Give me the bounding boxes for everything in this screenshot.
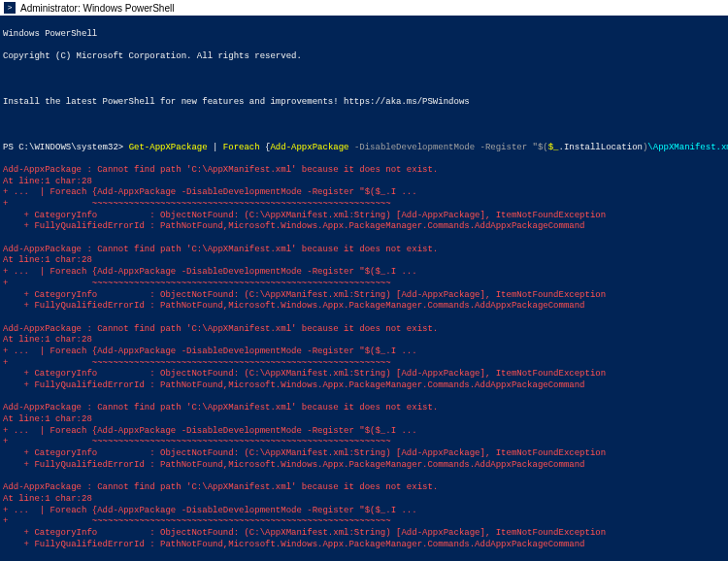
error-message: Add-AppxPackage : Cannot find path 'C:\A… [3, 482, 725, 494]
error-message: Add-AppxPackage : Cannot find path 'C:\A… [3, 165, 725, 177]
cmdlet: Add-AppxPackage [270, 143, 348, 152]
blank-line [3, 74, 725, 85]
header-line: Copyright (C) Microsoft Corporation. All… [3, 51, 725, 63]
error-category: + CategoryInfo : ObjectNotFound: (C:\App… [3, 290, 725, 302]
error-tilde: + ~~~~~~~~~~~~~~~~~~~~~~~~~~~~~~~~~~~~~~… [3, 516, 725, 528]
cmdlet: Foreach [223, 143, 260, 152]
powershell-icon: > [4, 2, 16, 14]
error-message: Add-AppxPackage : Cannot find path 'C:\A… [3, 324, 725, 336]
blank-line [3, 392, 725, 404]
error-trace: + ... | Foreach {Add-AppxPackage -Disabl… [3, 346, 725, 358]
error-tilde: + ~~~~~~~~~~~~~~~~~~~~~~~~~~~~~~~~~~~~~~… [3, 437, 725, 448]
console-output[interactable]: Windows PowerShell Copyright (C) Microso… [0, 16, 728, 561]
error-fqid: + FullyQualifiedErrorId : PathNotFound,M… [3, 221, 725, 233]
error-category: + CategoryInfo : ObjectNotFound: (C:\App… [3, 448, 725, 460]
prompt: PS C:\WINDOWS\system32> [3, 143, 129, 152]
error-trace: + ... | Foreach {Add-AppxPackage -Disabl… [3, 187, 725, 199]
error-category: + CategoryInfo : ObjectNotFound: (C:\App… [3, 211, 725, 222]
error-at: At line:1 char:28 [3, 494, 725, 506]
window-titlebar[interactable]: > Administrator: Windows PowerShell [0, 0, 728, 16]
error-at: At line:1 char:28 [3, 414, 725, 426]
blank-line [3, 550, 725, 561]
blank-line [3, 119, 725, 131]
error-trace: + ... | Foreach {Add-AppxPackage -Disabl… [3, 506, 725, 517]
error-fqid: + FullyQualifiedErrorId : PathNotFound,M… [3, 301, 725, 313]
error-fqid: + FullyQualifiedErrorId : PathNotFound,M… [3, 460, 725, 472]
error-tilde: + ~~~~~~~~~~~~~~~~~~~~~~~~~~~~~~~~~~~~~~… [3, 279, 725, 290]
blank-line [3, 313, 725, 324]
error-tilde: + ~~~~~~~~~~~~~~~~~~~~~~~~~~~~~~~~~~~~~~… [3, 199, 725, 211]
header-line: Install the latest PowerShell for new fe… [3, 97, 725, 109]
error-at: At line:1 char:28 [3, 177, 725, 188]
window-title: Administrator: Windows PowerShell [20, 2, 174, 15]
error-trace: + ... | Foreach {Add-AppxPackage -Disabl… [3, 426, 725, 438]
error-fqid: + FullyQualifiedErrorId : PathNotFound,M… [3, 380, 725, 392]
cmdlet: Get-AppXPackage [129, 143, 208, 152]
error-tilde: + ~~~~~~~~~~~~~~~~~~~~~~~~~~~~~~~~~~~~~~… [3, 358, 725, 370]
error-category: + CategoryInfo : ObjectNotFound: (C:\App… [3, 369, 725, 380]
error-output: Add-AppxPackage : Cannot find path 'C:\A… [3, 165, 725, 561]
error-category: + CategoryInfo : ObjectNotFound: (C:\App… [3, 528, 725, 540]
header-line: Windows PowerShell [3, 29, 725, 41]
command-line: PS C:\WINDOWS\system32> Get-AppXPackage … [3, 143, 725, 154]
error-message: Add-AppxPackage : Cannot find path 'C:\A… [3, 245, 725, 256]
blank-line [3, 472, 725, 483]
blank-line [3, 233, 725, 245]
error-fqid: + FullyQualifiedErrorId : PathNotFound,M… [3, 540, 725, 551]
error-at: At line:1 char:28 [3, 335, 725, 346]
error-at: At line:1 char:28 [3, 255, 725, 267]
error-trace: + ... | Foreach {Add-AppxPackage -Disabl… [3, 267, 725, 279]
error-message: Add-AppxPackage : Cannot find path 'C:\A… [3, 403, 725, 414]
